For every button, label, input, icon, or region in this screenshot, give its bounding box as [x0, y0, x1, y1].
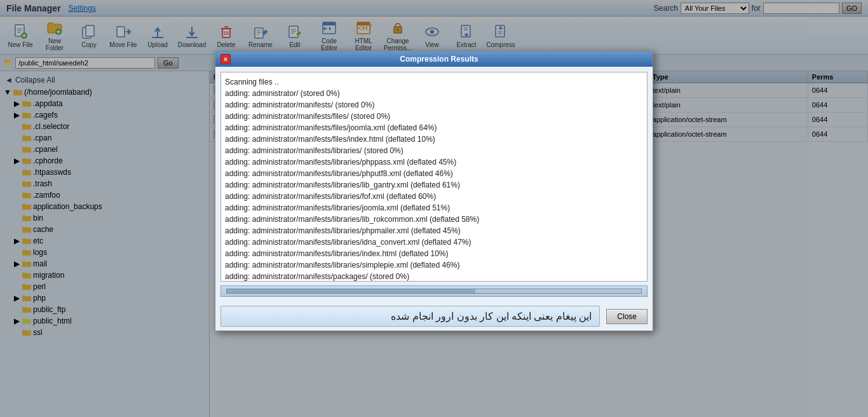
log-line: adding: administrator/manifests/librarie…: [225, 214, 643, 225]
log-line: Scanning files ..: [225, 76, 643, 88]
dialog-close-x[interactable]: ×: [220, 54, 231, 64]
log-line: adding: administrator/manifests/librarie…: [225, 191, 643, 202]
log-line: adding: administrator/manifests/files/ (…: [225, 111, 643, 122]
compression-log[interactable]: Scanning files .. adding: administrator/…: [220, 72, 648, 282]
scroll-indicator: [220, 285, 648, 297]
dialog-overlay: × Compression Results Scanning files .. …: [0, 0, 868, 417]
log-line: adding: administrator/manifests/ (stored…: [225, 99, 643, 111]
log-line: adding: administrator/manifests/files/jo…: [225, 122, 643, 133]
log-line: adding: administrator/manifests/files/in…: [225, 133, 643, 145]
log-line: adding: administrator/manifests/librarie…: [225, 145, 643, 156]
persian-message: این پیغام یعنی اینکه این کار بدون ارور ا…: [220, 306, 600, 327]
log-line: adding: administrator/ (stored 0%): [225, 88, 643, 99]
close-button[interactable]: Close: [606, 309, 648, 324]
dialog-footer: این پیغام یعنی اینکه این کار بدون ارور ا…: [215, 302, 653, 331]
log-line: adding: administrator/manifests/librarie…: [225, 248, 643, 259]
dialog-titlebar: × Compression Results: [215, 51, 653, 67]
dialog-body: Scanning files .. adding: administrator/…: [215, 67, 653, 302]
log-line: adding: administrator/manifests/librarie…: [225, 259, 643, 271]
log-line: adding: administrator/manifests/librarie…: [225, 179, 643, 191]
log-line: adding: administrator/manifests/packages…: [225, 271, 643, 282]
log-line: adding: administrator/manifests/librarie…: [225, 156, 643, 168]
compression-results-dialog: × Compression Results Scanning files .. …: [215, 51, 653, 331]
log-line: adding: administrator/manifests/librarie…: [225, 202, 643, 214]
dialog-title: Compression Results: [231, 55, 648, 64]
log-line: adding: administrator/manifests/librarie…: [225, 168, 643, 179]
log-line: adding: administrator/manifests/librarie…: [225, 225, 643, 236]
log-line: adding: administrator/manifests/librarie…: [225, 236, 643, 248]
